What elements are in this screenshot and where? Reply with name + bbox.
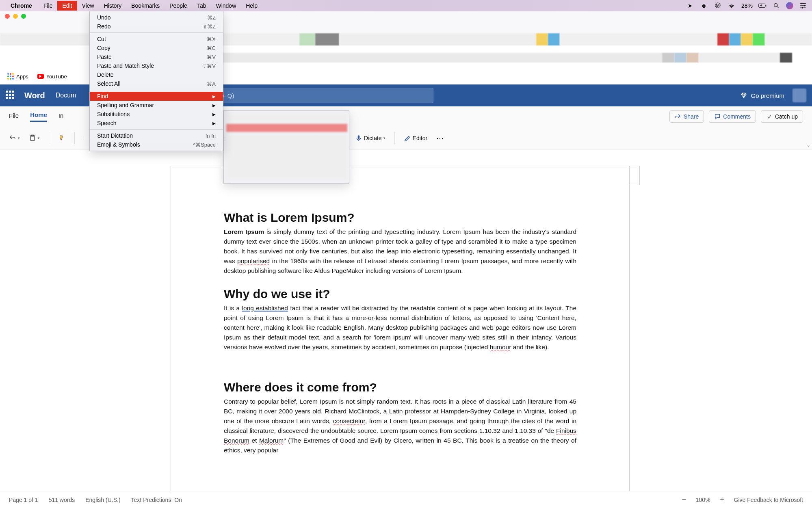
share-icon (675, 113, 681, 120)
diamond-icon (740, 92, 747, 99)
menu-start-dictation[interactable]: Start Dictationfn fn (90, 131, 223, 140)
tab-home[interactable]: Home (30, 111, 47, 122)
face-icon[interactable]: ☻ (700, 2, 708, 10)
svg-rect-1 (765, 5, 766, 6)
more-commands-button[interactable]: ⋯ (435, 132, 446, 144)
find-submenu[interactable] (223, 110, 349, 184)
menu-spelling-grammar[interactable]: Spelling and Grammar▶ (90, 101, 223, 110)
macos-menubar: Chrome File Edit View History Bookmarks … (0, 0, 812, 11)
apps-shortcut[interactable]: Apps (7, 73, 28, 80)
app-name[interactable]: Chrome (11, 2, 32, 9)
svg-point-7 (801, 3, 802, 4)
menu-find[interactable]: Find▶ (90, 92, 223, 101)
window-controls (5, 14, 26, 19)
menu-select-all[interactable]: Select All⌘A (90, 79, 223, 88)
menu-redo[interactable]: Redo⇧⌘Z (90, 22, 223, 31)
apps-icon (7, 73, 14, 80)
svg-rect-40 (358, 135, 360, 139)
zoom-in-button[interactable]: + (717, 495, 728, 505)
feedback-link[interactable]: Give Feedback to Microsoft (734, 497, 803, 503)
menu-bookmarks[interactable]: Bookmarks (126, 1, 165, 11)
svg-line-3 (777, 6, 778, 8)
editor-button[interactable]: Editor (402, 133, 429, 143)
minimize-window-button[interactable] (13, 14, 18, 19)
menu-undo[interactable]: Undo⌘Z (90, 13, 223, 22)
stream-icon[interactable]: ➤ (686, 2, 694, 10)
catchup-icon (766, 113, 773, 120)
paragraph-2[interactable]: It is a long established fact that a rea… (224, 303, 576, 352)
menu-paste-match-style[interactable]: Paste and Match Style⇧⌘V (90, 61, 223, 70)
m-icon[interactable]: Ⓜ (714, 2, 722, 10)
word-app-label[interactable]: Word (24, 91, 45, 100)
battery-icon[interactable] (758, 2, 767, 10)
ruler-tab[interactable] (630, 166, 640, 185)
search-icon[interactable] (772, 2, 780, 10)
app-launcher-icon[interactable] (6, 91, 15, 100)
wifi-icon[interactable] (728, 2, 736, 10)
undo-button[interactable]: ▾ (7, 133, 22, 143)
menu-copy[interactable]: Copy⌘C (90, 43, 223, 52)
document-name[interactable]: Docum (56, 92, 76, 99)
menu-edit[interactable]: Edit (57, 1, 77, 11)
menu-view[interactable]: View (77, 1, 99, 11)
heading-1[interactable]: What is Lorem Ipsum? (224, 211, 576, 225)
submenu-arrow-icon: ▶ (212, 94, 216, 99)
youtube-bookmark[interactable]: YouTube (37, 73, 67, 80)
dictate-button[interactable]: Dictate▾ (353, 133, 387, 143)
menu-file[interactable]: File (39, 1, 58, 11)
svg-point-8 (804, 5, 805, 6)
svg-point-2 (774, 4, 777, 7)
document-page[interactable]: What is Lorem Ipsum? Lorem Ipsum is simp… (171, 166, 630, 491)
menu-speech[interactable]: Speech▶ (90, 119, 223, 128)
tab-insert[interactable]: In (58, 112, 64, 121)
menu-people[interactable]: People (165, 1, 192, 11)
svg-point-9 (802, 7, 803, 9)
youtube-icon (37, 74, 44, 79)
collapse-ribbon-button[interactable]: ⌵ (807, 143, 810, 147)
menu-emoji-symbols[interactable]: Emoji & Symbols^⌘Space (90, 140, 223, 149)
status-bar: Page 1 of 1 511 words English (U.S.) Tex… (0, 491, 812, 508)
menu-history[interactable]: History (99, 1, 127, 11)
share-button[interactable]: Share (669, 110, 704, 123)
menu-delete[interactable]: Delete (90, 70, 223, 79)
word-count[interactable]: 511 words (49, 497, 75, 503)
tab-file[interactable]: File (9, 112, 19, 121)
menu-paste[interactable]: Paste⌘V (90, 52, 223, 61)
paragraph-1[interactable]: Lorem Ipsum is simply dummy text of the … (224, 227, 576, 276)
paste-button[interactable]: ▾ (27, 133, 41, 143)
page-count[interactable]: Page 1 of 1 (9, 497, 38, 503)
user-avatar[interactable] (793, 89, 806, 102)
battery-percent: 28% (741, 2, 753, 9)
go-premium-button[interactable]: Go premium (740, 92, 784, 99)
comments-button[interactable]: Comments (709, 110, 756, 123)
comment-icon (714, 113, 721, 120)
menu-help[interactable]: Help (241, 1, 262, 11)
catch-up-button[interactable]: Catch up (761, 110, 803, 123)
zoom-out-button[interactable]: − (679, 495, 689, 505)
maximize-window-button[interactable] (21, 14, 26, 19)
menu-cut[interactable]: Cut⌘X (90, 35, 223, 43)
menu-tab[interactable]: Tab (192, 1, 211, 11)
menu-window[interactable]: Window (211, 1, 241, 11)
youtube-label: YouTube (46, 73, 67, 80)
heading-2[interactable]: Why do we use it? (224, 287, 576, 301)
menu-substitutions[interactable]: Substitutions▶ (90, 110, 223, 119)
siri-icon[interactable] (786, 2, 793, 9)
apps-label: Apps (16, 73, 28, 80)
search-input[interactable] (190, 92, 427, 99)
text-predictions[interactable]: Text Predictions: On (131, 497, 182, 503)
heading-3[interactable]: Where does it come from? (224, 380, 576, 394)
edit-dropdown-menu: Undo⌘Z Redo⇧⌘Z Cut⌘X Copy⌘C Paste⌘V Past… (89, 11, 223, 151)
zoom-level[interactable]: 100% (696, 497, 710, 503)
control-center-icon[interactable] (799, 2, 807, 10)
close-window-button[interactable] (5, 14, 10, 19)
document-canvas[interactable]: What is Lorem Ipsum? Lorem Ipsum is simp… (0, 149, 812, 491)
format-painter-button[interactable] (56, 133, 67, 143)
paragraph-3[interactable]: Contrary to popular belief, Lorem Ipsum … (224, 397, 576, 455)
language[interactable]: English (U.S.) (85, 497, 120, 503)
